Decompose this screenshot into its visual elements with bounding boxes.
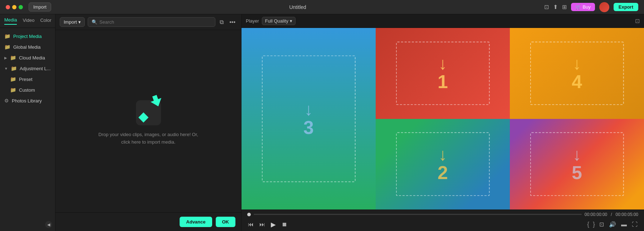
video-slot-4: ↓ 4 <box>510 28 644 119</box>
slot-2-dashed-box: ↓ 2 <box>396 133 490 196</box>
player-toolbar: Player Full Quality ▾ ⊡ <box>241 14 644 28</box>
buy-button[interactable]: 🛒 Buy <box>571 3 595 11</box>
in-point-button[interactable]: { <box>587 221 589 228</box>
import-button[interactable]: Import <box>29 3 51 11</box>
sidebar-item-photos-library[interactable]: ⚙ Photos Library <box>0 95 55 106</box>
fit-to-screen-icon[interactable]: ⊡ <box>599 220 605 228</box>
slot-3-dashed-box: ↓ 3 <box>262 55 356 182</box>
chevron-right-icon: ▶ <box>4 56 7 60</box>
drop-zone[interactable]: Drop your video clips, images, or audio … <box>55 30 241 212</box>
folder-icon: 📁 <box>10 76 16 82</box>
sidebar-collapse-button[interactable]: ◀ <box>45 221 52 228</box>
search-icon: 🔍 <box>92 19 97 25</box>
main-content: Media Video Color 📁 Project Media 📁 Glob… <box>0 14 644 231</box>
timeline-bar: 00:00:00:00 / 00:00:05:00 <box>247 212 638 217</box>
upload-icon[interactable]: ⬆ <box>553 4 558 10</box>
import-dropdown-button[interactable]: Import ▾ <box>60 17 85 27</box>
window-title: Untitled <box>289 4 306 10</box>
out-point-button[interactable]: } <box>593 221 595 228</box>
monitor-icon[interactable]: ⊡ <box>544 4 549 10</box>
sidebar-item-cloud-media[interactable]: ▶ 📁 Cloud Media <box>0 52 55 63</box>
bottom-bar: Advance OK <box>55 212 241 231</box>
playhead-dot[interactable] <box>247 213 251 216</box>
playback-buttons: ⏮ ⏭ ▶ ⏹ <box>247 220 288 229</box>
search-input[interactable] <box>99 19 211 25</box>
timeline-track[interactable] <box>254 214 582 215</box>
folder-icon: 📁 <box>11 66 17 71</box>
step-back-button[interactable]: ⏭ <box>259 221 266 228</box>
arrow-down-icon: ↓ <box>304 101 313 118</box>
cart-icon: 🛒 <box>575 4 581 10</box>
titlebar-right: ⊡ ⬆ ⊞ 🛒 Buy Export <box>544 2 638 12</box>
export-button[interactable]: Export <box>614 3 638 11</box>
folder-icon: 📁 <box>4 44 10 50</box>
sidebar: 📁 Project Media 📁 Global Media ▶ 📁 Cloud… <box>0 28 55 221</box>
controls-row: ⏮ ⏭ ▶ ⏹ { } ⊡ 🔊 ▬ ⛶ <box>247 220 638 229</box>
audio-icon[interactable]: 🔊 <box>608 220 617 228</box>
right-control-buttons: { } ⊡ 🔊 ▬ ⛶ <box>587 220 638 228</box>
playback-controls: 00:00:00:00 / 00:00:05:00 ⏮ ⏭ ▶ ⏹ { } ⊡ … <box>241 210 644 231</box>
current-time: 00:00:00:00 <box>585 212 607 217</box>
volume-slider-icon[interactable]: ▬ <box>620 221 628 228</box>
arrow-down-icon: ↓ <box>439 146 447 163</box>
slot-5-dashed-box: ↓ 5 <box>530 133 624 196</box>
crop-icon[interactable]: ⊡ <box>635 18 640 24</box>
play-button[interactable]: ▶ <box>270 220 277 229</box>
video-slot-1: ↓ 1 <box>376 28 510 119</box>
grid-icon[interactable]: ⊞ <box>562 4 567 10</box>
avatar[interactable] <box>599 2 609 12</box>
drop-icon <box>134 97 163 125</box>
titlebar: Import Untitled ⊡ ⬆ ⊞ 🛒 Buy Export <box>0 0 644 14</box>
tab-bar: Media Video Color <box>0 14 55 28</box>
gear-icon: ⚙ <box>4 98 9 104</box>
slot-4-dashed-box: ↓ 4 <box>530 42 624 105</box>
traffic-lights <box>6 5 23 9</box>
more-icon[interactable]: ••• <box>228 18 237 27</box>
minimize-button[interactable] <box>12 5 16 9</box>
sidebar-item-adjustment-library[interactable]: ▼ 📁 Adjustment L... <box>0 63 55 74</box>
folder-icon: 📁 <box>4 33 10 39</box>
arrow-down-icon: ↓ <box>439 56 447 73</box>
chevron-down-icon: ▾ <box>78 19 81 25</box>
arrow-down-icon: ↓ <box>573 56 581 73</box>
stop-button[interactable]: ⏹ <box>281 221 288 228</box>
maximize-button[interactable] <box>19 5 23 9</box>
fullscreen-icon[interactable]: ⛶ <box>631 221 638 228</box>
drop-text: Drop your video clips, images, or audio … <box>98 131 198 146</box>
sidebar-item-global-media[interactable]: 📁 Global Media <box>0 42 55 52</box>
time-separator: / <box>611 212 612 217</box>
folder-icon: 📁 <box>10 87 16 93</box>
tab-media[interactable]: Media <box>4 17 17 25</box>
advance-button[interactable]: Advance <box>180 217 212 227</box>
media-toolbar: Import ▾ 🔍 ⧉ ••• <box>55 14 241 30</box>
sidebar-item-custom[interactable]: 📁 Custom <box>0 85 55 95</box>
video-preview: ↓ 1 ↓ 3 ↓ 4 <box>241 28 644 210</box>
right-panel: Player Full Quality ▾ ⊡ ↓ 1 <box>241 14 644 231</box>
titlebar-left: Import <box>6 3 51 11</box>
quality-select[interactable]: Full Quality ▾ <box>262 17 296 25</box>
left-panel: Media Video Color 📁 Project Media 📁 Glob… <box>0 14 55 231</box>
player-label: Player <box>246 18 259 24</box>
video-slot-3: ↓ 3 <box>241 28 376 210</box>
tab-video[interactable]: Video <box>23 18 34 24</box>
slot-1-dashed-box: ↓ 1 <box>396 42 490 105</box>
sidebar-item-preset[interactable]: 📁 Preset <box>0 74 55 85</box>
total-time: 00:00:05:00 <box>616 212 638 217</box>
chevron-down-icon: ▼ <box>4 67 8 71</box>
filter-icon[interactable]: ⧉ <box>218 18 225 27</box>
video-slot-5: ↓ 5 <box>510 119 644 210</box>
video-slot-2: ↓ 2 <box>376 119 510 210</box>
arrow-down-icon: ↓ <box>573 146 581 163</box>
player-right-icons: ⊡ <box>635 18 640 24</box>
ok-button[interactable]: OK <box>216 217 236 227</box>
close-button[interactable] <box>6 5 10 9</box>
rewind-button[interactable]: ⏮ <box>247 221 254 228</box>
media-panel: Import ▾ 🔍 ⧉ ••• Drop your video clips, … <box>55 14 241 231</box>
video-grid: ↓ 1 ↓ 3 ↓ 4 <box>241 28 644 210</box>
chevron-down-icon: ▾ <box>290 18 292 24</box>
folder-icon: 📁 <box>10 55 16 61</box>
sidebar-item-project-media[interactable]: 📁 Project Media <box>0 31 55 42</box>
search-box: 🔍 <box>88 17 215 27</box>
tab-color[interactable]: Color <box>40 18 51 24</box>
